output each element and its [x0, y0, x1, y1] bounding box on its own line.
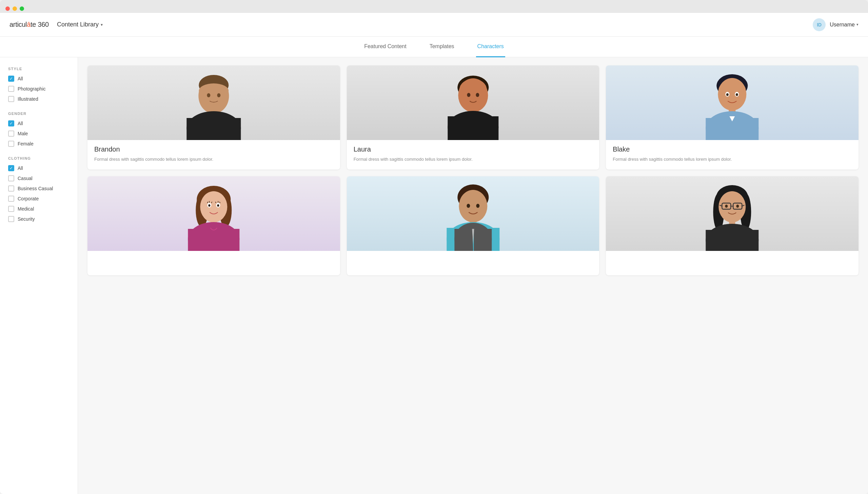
character-image-blake [606, 65, 859, 140]
character-body-laura: Laura Formal dress with sagittis commodo… [347, 140, 599, 170]
content-area: Brandon Formal dress with sagittis commo… [78, 57, 868, 494]
filter-group-style: STYLE All Photographic Illustrated [8, 67, 70, 102]
character-body-6 [606, 251, 859, 275]
checkbox-female[interactable] [8, 141, 14, 147]
filter-photographic[interactable]: Photographic [8, 86, 70, 92]
character-card-blake[interactable]: Blake Formal dress with sagittis commodo… [606, 65, 859, 170]
svg-point-3 [207, 93, 210, 97]
tab-templates[interactable]: Templates [428, 37, 456, 57]
close-button[interactable] [5, 6, 10, 11]
character-desc-brandon: Formal dress with sagittis commodo tellu… [94, 156, 333, 163]
svg-point-10 [459, 79, 486, 99]
username-chevron: ▾ [856, 22, 859, 27]
svg-rect-66 [706, 230, 759, 251]
character-card-5[interactable] [347, 176, 599, 275]
checkbox-male[interactable] [8, 131, 14, 137]
filter-photographic-label: Photographic [18, 86, 46, 92]
svg-point-11 [467, 93, 470, 97]
svg-point-43 [476, 204, 479, 208]
filter-style-all-label: All [18, 76, 23, 81]
filter-style-label: STYLE [8, 67, 70, 71]
character-name-laura: Laura [354, 146, 593, 153]
app-title-chevron: ▾ [101, 22, 103, 27]
filter-gender-all-label: All [18, 121, 23, 126]
character-body-blake: Blake Formal dress with sagittis commodo… [606, 140, 859, 170]
svg-point-41 [460, 193, 486, 209]
maximize-button[interactable] [20, 6, 24, 11]
filter-female[interactable]: Female [8, 141, 70, 147]
character-desc-blake: Formal dress with sagittis commodo tellu… [613, 156, 852, 163]
filter-medical[interactable]: Medical [8, 206, 70, 212]
svg-point-19 [719, 81, 746, 99]
filter-illustrated[interactable]: Illustrated [8, 96, 70, 102]
checkbox-gender-all[interactable] [8, 120, 14, 127]
filter-corporate-label: Corporate [18, 196, 39, 202]
user-avatar: ID [813, 18, 826, 31]
character-image-brandon [88, 65, 340, 140]
filter-security[interactable]: Security [8, 216, 70, 222]
character-name-brandon: Brandon [94, 146, 333, 153]
filter-gender-all[interactable]: All [8, 120, 70, 127]
svg-point-23 [736, 93, 738, 96]
app-container: articulāte 360 Content Library ▾ ID User… [0, 13, 868, 494]
checkbox-business-casual[interactable] [8, 186, 14, 192]
username-dropdown[interactable]: Username ▾ [830, 22, 859, 28]
filter-business-casual-label: Business Casual [18, 186, 53, 191]
svg-rect-38 [188, 229, 239, 251]
character-name-5 [354, 256, 593, 266]
checkbox-casual[interactable] [8, 175, 14, 182]
checkbox-clothing-all[interactable] [8, 165, 14, 171]
checkbox-security[interactable] [8, 216, 14, 222]
logo-text: articulāte 360 [9, 21, 49, 28]
checkbox-illustrated[interactable] [8, 96, 14, 102]
character-body-5 [347, 251, 599, 275]
app-title-dropdown[interactable]: Content Library ▾ [57, 21, 103, 28]
filter-corporate[interactable]: Corporate [8, 196, 70, 202]
svg-point-62 [736, 205, 739, 208]
filter-male-label: Male [18, 131, 28, 136]
character-card-6[interactable] [606, 176, 859, 275]
filter-female-label: Female [18, 141, 34, 147]
svg-point-4 [217, 93, 220, 97]
sidebar: STYLE All Photographic Illustrated GENDE… [0, 57, 78, 494]
checkbox-photographic[interactable] [8, 86, 14, 92]
svg-point-12 [476, 93, 479, 97]
svg-rect-7 [187, 118, 241, 140]
checkbox-corporate[interactable] [8, 196, 14, 202]
tab-featured-content[interactable]: Featured Content [363, 37, 408, 57]
filter-style-all[interactable]: All [8, 76, 70, 82]
header-right: ID Username ▾ [813, 18, 859, 31]
filter-casual[interactable]: Casual [8, 175, 70, 182]
characters-grid: Brandon Formal dress with sagittis commo… [88, 65, 859, 275]
minimize-button[interactable] [13, 6, 17, 11]
character-body-4 [88, 251, 340, 275]
svg-point-22 [726, 93, 729, 96]
filter-clothing-all-label: All [18, 166, 23, 171]
character-card-laura[interactable]: Laura Formal dress with sagittis commodo… [347, 65, 599, 170]
filter-security-label: Security [18, 216, 35, 222]
filter-group-clothing: CLOTHING All Casual Business Casual Corp… [8, 156, 70, 222]
character-card-brandon[interactable]: Brandon Formal dress with sagittis commo… [88, 65, 340, 170]
character-card-4[interactable] [88, 176, 340, 275]
svg-point-35 [217, 204, 219, 207]
filter-business-casual[interactable]: Business Casual [8, 186, 70, 192]
tab-characters[interactable]: Characters [476, 37, 505, 57]
character-image-4 [88, 176, 340, 251]
filter-casual-label: Casual [18, 176, 33, 181]
character-image-laura [347, 65, 599, 140]
character-name-blake: Blake [613, 146, 852, 153]
character-body-brandon: Brandon Formal dress with sagittis commo… [88, 140, 340, 170]
svg-point-34 [208, 204, 210, 207]
svg-point-42 [466, 204, 470, 208]
logo: articulāte 360 [9, 21, 49, 28]
filter-clothing-all[interactable]: All [8, 165, 70, 171]
svg-point-31 [200, 191, 227, 223]
character-desc-laura: Formal dress with sagittis commodo tellu… [354, 156, 593, 163]
svg-point-16 [466, 113, 480, 121]
checkbox-medical[interactable] [8, 206, 14, 212]
main-content: STYLE All Photographic Illustrated GENDE… [0, 57, 868, 494]
filter-male[interactable]: Male [8, 131, 70, 137]
header: articulāte 360 Content Library ▾ ID User… [0, 13, 868, 37]
checkbox-style-all[interactable] [8, 76, 14, 82]
window-chrome [0, 0, 868, 13]
